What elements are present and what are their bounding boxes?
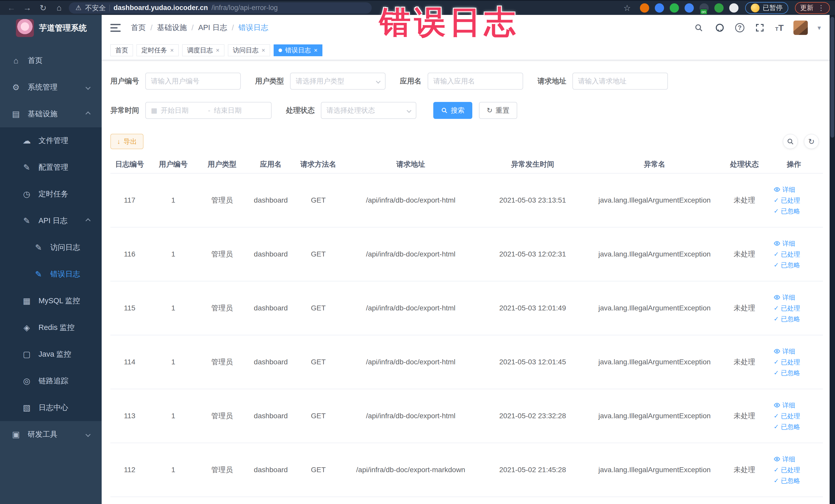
close-tab-icon[interactable]: ×	[262, 47, 265, 54]
detail-link[interactable]: 详细	[774, 347, 823, 356]
extension-puzzle-icon[interactable]	[729, 3, 738, 13]
action-label: 详细	[782, 347, 795, 356]
page-scrollbar[interactable]	[830, 15, 835, 504]
sidebar-item-redis-monitor[interactable]: ◈Redis 监控	[0, 314, 102, 341]
close-tab-icon[interactable]: ×	[170, 47, 174, 54]
sidebar-item-java-monitor[interactable]: ▢Java 监控	[0, 341, 102, 368]
back-icon[interactable]: ←	[5, 2, 18, 14]
user-avatar[interactable]	[793, 21, 808, 35]
cell-actions: 详细✓已处理✓已忽略	[765, 389, 823, 443]
github-icon[interactable]	[714, 22, 726, 33]
sidebar-item-home[interactable]: ⌂首页	[0, 47, 102, 74]
close-tab-icon[interactable]: ×	[216, 47, 220, 54]
breadcrumb-item[interactable]: 首页	[131, 23, 146, 33]
chevron-down-icon[interactable]: ▾	[817, 24, 821, 32]
breadcrumb-item[interactable]: API 日志	[198, 23, 227, 33]
mark-ignored-link[interactable]: ✓已忽略	[774, 207, 823, 216]
extension-badge: on	[700, 9, 708, 15]
check-icon: ✓	[774, 358, 779, 366]
mark-processed-link[interactable]: ✓已处理	[774, 196, 823, 205]
sidebar-item-access-log[interactable]: ✎访问日志	[0, 234, 102, 261]
column-header: 用户类型	[198, 155, 246, 173]
scrollbar-thumb[interactable]	[830, 17, 834, 138]
sidebar-item-gear[interactable]: ⚙系统管理	[0, 74, 102, 101]
app-logo-row[interactable]: 芋道管理系统	[0, 15, 102, 41]
detail-link[interactable]: 详细	[774, 455, 823, 463]
mark-ignored-link[interactable]: ✓已忽略	[774, 261, 823, 269]
mark-processed-link[interactable]: ✓已处理	[774, 358, 823, 366]
forward-icon[interactable]: →	[21, 2, 33, 14]
extension-leaf-icon[interactable]	[714, 3, 724, 13]
tab-定时任务[interactable]: 定时任务×	[137, 44, 179, 56]
toggle-search-button[interactable]	[783, 134, 798, 149]
extension-grid-icon[interactable]	[685, 3, 694, 13]
field-input[interactable]	[296, 77, 373, 85]
date-range-picker[interactable]: ▦ -	[145, 102, 271, 119]
sidebar-item-file-manage[interactable]: ☁文件管理	[0, 127, 102, 154]
refresh-table-button[interactable]: ↻	[804, 134, 819, 149]
field-input[interactable]	[433, 77, 517, 85]
sidebar-item-trace[interactable]: ◎链路追踪	[0, 368, 102, 395]
extension-green-check-icon[interactable]	[670, 3, 679, 13]
mark-ignored-link[interactable]: ✓已忽略	[774, 423, 823, 431]
mark-ignored-link[interactable]: ✓已忽略	[774, 477, 823, 485]
mark-ignored-link[interactable]: ✓已忽略	[774, 369, 823, 377]
export-button[interactable]: ↓ 导出	[110, 134, 143, 149]
tab-错误日志[interactable]: 错误日志×	[273, 44, 322, 56]
detail-link[interactable]: 详细	[774, 401, 823, 409]
sidebar-item-log-center[interactable]: ▧日志中心	[0, 395, 102, 421]
help-icon[interactable]: ?	[735, 23, 745, 32]
security-warning-icon[interactable]: ⚠	[76, 4, 81, 12]
mark-ignored-link[interactable]: ✓已忽略	[774, 315, 823, 323]
sidebar-item-infrastructure[interactable]: ▤基础设施	[0, 101, 102, 127]
browser-menu-icon[interactable]: ⋮	[817, 4, 825, 12]
extension-orange-icon[interactable]	[640, 3, 649, 13]
mark-processed-link[interactable]: ✓已处理	[774, 250, 823, 259]
sidebar-item-api-log[interactable]: ✎API 日志	[0, 207, 102, 234]
extension-shield-icon[interactable]	[655, 3, 664, 13]
sidebar-item-scheduled-task[interactable]: ◷定时任务	[0, 181, 102, 207]
sidebar-item-mysql-monitor[interactable]: ▦MySQL 监控	[0, 287, 102, 314]
tab-访问日志[interactable]: 访问日志×	[228, 44, 270, 56]
reset-button[interactable]: ↻ 重置	[479, 102, 517, 119]
paused-profile-badge[interactable]: 已暂停	[745, 2, 788, 14]
sidebar-item-dev-tools[interactable]: ▣研发工具	[0, 421, 102, 448]
select-field[interactable]	[290, 73, 386, 89]
tab-调度日志[interactable]: 调度日志×	[182, 44, 224, 56]
status-select-input[interactable]	[326, 106, 404, 115]
bookmark-star-icon[interactable]: ☆	[621, 2, 633, 14]
fullscreen-icon[interactable]	[754, 22, 766, 33]
address-bar[interactable]: ⚠ 不安全 dashboard.yudao.iocoder.cn/infra/l…	[69, 2, 372, 14]
infrastructure-icon: ▤	[11, 109, 21, 119]
collapse-sidebar-icon[interactable]	[110, 24, 121, 32]
detail-link[interactable]: 详细	[774, 293, 823, 302]
sidebar-item-config-manage[interactable]: ✎配置管理	[0, 154, 102, 181]
extension-switch-icon[interactable]: on	[699, 3, 709, 13]
text-field[interactable]	[572, 73, 668, 89]
detail-link[interactable]: 详细	[774, 239, 823, 248]
field-input[interactable]	[151, 77, 235, 85]
table-row: 1151管理员dashboardGET/api/infra/db-doc/exp…	[110, 281, 823, 335]
end-date-input[interactable]	[214, 106, 258, 115]
status-select[interactable]	[321, 102, 416, 119]
search-button[interactable]: 搜索	[433, 102, 472, 119]
mark-processed-link[interactable]: ✓已处理	[774, 412, 823, 420]
start-date-input[interactable]	[161, 106, 205, 115]
mark-processed-link[interactable]: ✓已处理	[774, 304, 823, 313]
update-button[interactable]: 更新 ⋮	[795, 2, 830, 14]
field-input[interactable]	[578, 77, 662, 85]
reload-icon[interactable]: ↻	[37, 2, 49, 14]
mark-processed-link[interactable]: ✓已处理	[774, 466, 823, 474]
font-size-icon[interactable]: TT	[775, 23, 784, 33]
text-field[interactable]	[428, 73, 523, 89]
action-label: 已处理	[781, 196, 800, 205]
close-tab-icon[interactable]: ×	[314, 47, 318, 54]
breadcrumb-item[interactable]: 基础设施	[157, 23, 187, 33]
text-field[interactable]	[145, 73, 241, 89]
sidebar-item-error-log[interactable]: ✎错误日志	[0, 261, 102, 287]
cell-id: 117	[110, 173, 149, 227]
tab-首页[interactable]: 首页	[110, 44, 133, 56]
detail-link[interactable]: 详细	[774, 185, 823, 194]
home-icon[interactable]: ⌂	[53, 2, 65, 14]
search-icon[interactable]	[693, 22, 704, 33]
